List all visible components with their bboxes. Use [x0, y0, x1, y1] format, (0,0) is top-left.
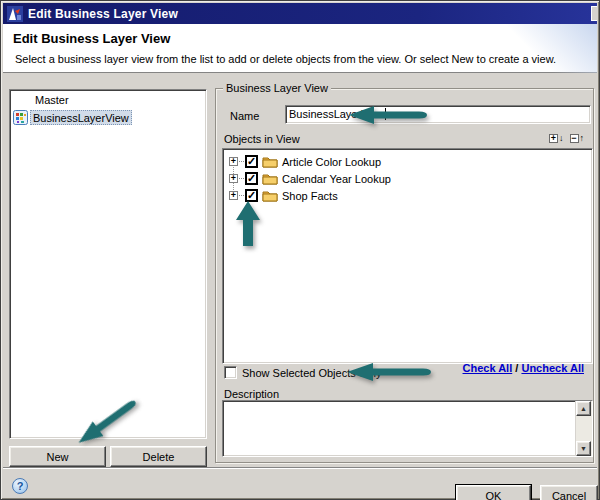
scroll-down-icon[interactable]: ▼ [576, 441, 591, 456]
help-icon[interactable]: ? [12, 478, 28, 494]
list-item-businesslayerview[interactable]: BusinessLayerView [13, 109, 132, 126]
tree-item-label: Shop Facts [282, 190, 338, 202]
annotation-arrow-shop-facts-checkbox [234, 200, 262, 248]
tree-row-calendar-year-lookup[interactable]: + ✓ Calendar Year Lookup [229, 170, 391, 187]
master-list[interactable]: Master BusinessLayerView [9, 89, 207, 439]
master-list-header: Master [35, 94, 69, 106]
description-scrollbar[interactable]: ▲ ▼ [575, 401, 592, 456]
expand-all-icon[interactable]: +↓ [549, 131, 564, 143]
title-bar[interactable]: Edit Business Layer View [3, 3, 597, 24]
expand-icon[interactable]: + [229, 157, 238, 166]
header-description: Select a business layer view from the li… [15, 53, 556, 65]
folder-icon [262, 189, 278, 202]
folder-icon [262, 172, 278, 185]
check-all-link[interactable]: Check All [463, 362, 513, 374]
check-links: Check All / Uncheck All [463, 362, 584, 374]
new-button[interactable]: New [9, 446, 106, 467]
tree-row-article-color-lookup[interactable]: + ✓ Article Color Lookup [229, 153, 381, 170]
tree-dash [239, 195, 244, 196]
description-label: Description [224, 388, 279, 400]
expand-icon[interactable]: + [229, 191, 238, 200]
scroll-up-icon[interactable]: ▲ [576, 401, 591, 416]
business-layer-view-group: Business Layer View Name BusinessLayerVi… [215, 88, 594, 463]
annotation-arrow-name-field [347, 104, 429, 126]
folder-icon [262, 155, 278, 168]
objects-tree[interactable]: + ✓ Article Color Lookup + ✓ Calendar Ye… [222, 148, 593, 364]
ok-button[interactable]: OK [456, 485, 531, 500]
uncheck-all-link[interactable]: Uncheck All [521, 362, 584, 374]
name-label: Name [230, 110, 259, 122]
group-title: Business Layer View [223, 82, 331, 94]
checkbox-checked[interactable]: ✓ [245, 155, 258, 168]
collapse-all-icon[interactable]: −↑ [570, 131, 585, 143]
edit-business-layer-view-dialog: Edit Business Layer View Edit Business L… [0, 0, 600, 500]
tree-toolbar: +↓ −↑ [549, 131, 584, 143]
tree-dash [239, 178, 244, 179]
checkbox-unchecked[interactable] [224, 366, 237, 379]
business-layer-view-icon [13, 110, 28, 125]
cancel-button[interactable]: Cancel [540, 485, 598, 500]
tree-dash [239, 161, 244, 162]
expand-icon[interactable]: + [229, 174, 238, 183]
objects-in-view-label: Objects in View [224, 133, 300, 145]
name-input[interactable]: BusinessLayerView [285, 105, 591, 124]
header-corner-gradient [477, 24, 597, 73]
description-textarea[interactable]: ▲ ▼ [222, 400, 593, 457]
window-button-partial[interactable] [591, 6, 597, 21]
window-title: Edit Business Layer View [28, 7, 178, 21]
delete-button[interactable]: Delete [110, 446, 207, 467]
list-item-label: BusinessLayerView [30, 110, 132, 125]
checkbox-checked[interactable]: ✓ [245, 172, 258, 185]
tree-item-label: Article Color Lookup [282, 156, 381, 168]
dialog-header: Edit Business Layer View Select a busine… [3, 24, 597, 73]
footer-separator [3, 467, 597, 469]
header-title: Edit Business Layer View [13, 31, 170, 46]
annotation-arrow-show-selected [345, 361, 433, 383]
app-icon [7, 6, 23, 22]
tree-item-label: Calendar Year Lookup [282, 173, 391, 185]
